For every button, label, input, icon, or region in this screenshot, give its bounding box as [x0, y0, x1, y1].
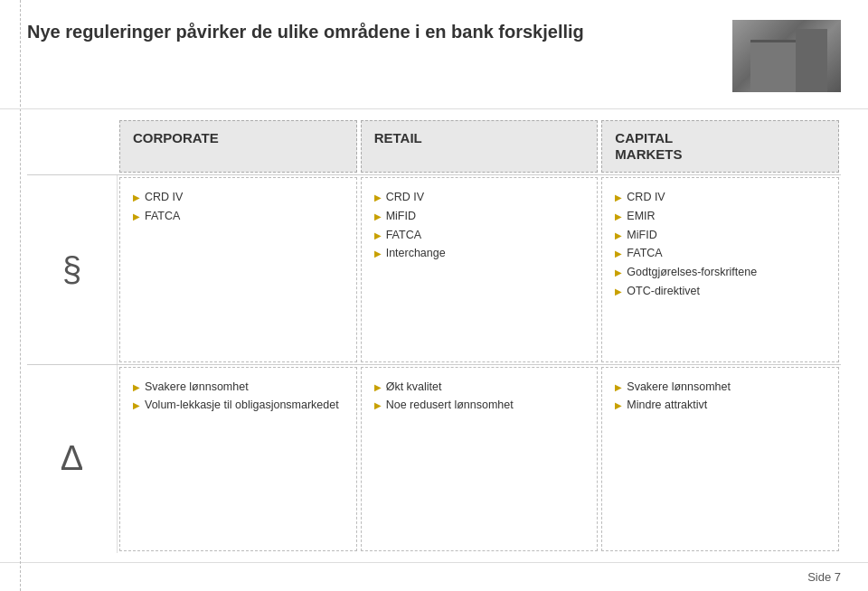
col-header-capital-markets: CAPITALMARKETS	[601, 120, 839, 173]
bullet-text: CRD IV	[145, 189, 183, 206]
cell-capital-row2: ▶ Svakere lønnsomhet ▶ Mindre attraktivt	[601, 367, 839, 552]
bullet-text: Noe redusert lønnsomhet	[386, 397, 514, 414]
cell-retail-row1: ▶ CRD IV ▶ MiFID ▶ FATCA ▶ Interchange	[361, 177, 599, 362]
bullet-text: Svakere lønnsomhet	[145, 379, 249, 396]
list-item: ▶ OTC-direktivet	[615, 283, 826, 300]
row-paragraph: § ▶ CRD IV ▶ FATCA ▶	[27, 174, 841, 364]
bullet-arrow-icon: ▶	[615, 266, 622, 279]
bullet-text: FATCA	[627, 245, 662, 262]
column-headers: CORPORATE RETAIL CAPITALMARKETS	[27, 118, 841, 174]
list-item: ▶ FATCA	[615, 245, 826, 262]
bullet-arrow-icon: ▶	[615, 285, 622, 298]
bullet-arrow-icon: ▶	[374, 399, 382, 412]
header-title: Nye reguleringer påvirker de ulike områd…	[27, 20, 714, 43]
bullet-text: Godtgjørelses-forskriftene	[627, 264, 757, 281]
list-item: ▶ Noe redusert lønnsomhet	[374, 397, 585, 414]
bullet-text: Mindre attraktivt	[627, 397, 707, 414]
bullet-text: Svakere lønnsomhet	[627, 379, 731, 396]
cell-capital-row1: ▶ CRD IV ▶ EMIR ▶ MiFID ▶ FATCA	[601, 177, 839, 362]
list-item: ▶ FATCA	[133, 208, 344, 225]
bullet-text: Interchange	[386, 245, 446, 262]
list-item: ▶ Mindre attraktivt	[615, 397, 826, 414]
list-item: ▶ CRD IV	[615, 189, 826, 206]
bullet-text: CRD IV	[627, 189, 665, 206]
bullet-arrow-icon: ▶	[374, 210, 382, 223]
col-header-spacer	[27, 118, 118, 174]
data-rows: § ▶ CRD IV ▶ FATCA ▶	[27, 174, 841, 553]
bullet-text: Volum-lekkasje til obligasjonsmarkedet	[145, 397, 339, 414]
bullet-text: FATCA	[386, 227, 421, 244]
list-item: ▶ EMIR	[615, 208, 826, 225]
list-item: ▶ MiFID	[374, 208, 585, 225]
bullet-text: MiFID	[627, 227, 656, 244]
bullet-arrow-icon: ▶	[374, 191, 382, 204]
bullet-arrow-icon: ▶	[133, 399, 140, 412]
list-item: ▶ CRD IV	[374, 189, 585, 206]
bullet-arrow-icon: ▶	[374, 380, 382, 394]
delta-icon: Δ	[61, 439, 83, 478]
list-item: ▶ MiFID	[615, 227, 826, 244]
cell-corporate-row2: ▶ Svakere lønnsomhet ▶ Volum-lekkasje ti…	[119, 367, 357, 552]
bullet-text: EMIR	[627, 208, 655, 225]
bullet-arrow-icon: ▶	[615, 191, 622, 204]
bullet-text: Økt kvalitet	[386, 379, 442, 396]
bullet-arrow-icon: ▶	[615, 380, 622, 394]
list-item: ▶ CRD IV	[133, 189, 344, 206]
header-image	[732, 20, 841, 92]
bullet-arrow-icon: ▶	[374, 229, 382, 242]
header-text: Nye reguleringer påvirker de ulike områd…	[27, 20, 732, 43]
list-item: ▶ Svakere lønnsomhet	[615, 379, 826, 396]
bullet-text: OTC-direktivet	[627, 283, 700, 300]
row-icon-cell-delta: Δ	[27, 365, 118, 554]
cell-retail-row2: ▶ Økt kvalitet ▶ Noe redusert lønnsomhet	[361, 367, 599, 552]
bullet-text: FATCA	[145, 208, 180, 225]
row-delta: Δ ▶ Svakere lønnsomhet ▶ Volum-lekkasje …	[27, 364, 841, 554]
cell-corporate-row1: ▶ CRD IV ▶ FATCA	[119, 177, 357, 362]
list-item: ▶ FATCA	[374, 227, 585, 244]
bullet-arrow-icon: ▶	[133, 210, 140, 223]
list-item: ▶ Godtgjørelses-forskriftene	[615, 264, 826, 281]
header-image-inner	[732, 20, 841, 92]
list-item: ▶ Interchange	[374, 245, 585, 262]
col-header-retail: RETAIL	[361, 120, 599, 173]
bullet-arrow-icon: ▶	[374, 247, 382, 260]
bullet-text: CRD IV	[386, 189, 424, 206]
bullet-arrow-icon: ▶	[133, 191, 140, 204]
list-item: ▶ Økt kvalitet	[374, 379, 585, 396]
bullet-arrow-icon: ▶	[133, 380, 140, 394]
main-content: CORPORATE RETAIL CAPITALMARKETS § ▶ CRD …	[0, 109, 868, 562]
footer: Side 7	[0, 562, 868, 591]
bullet-arrow-icon: ▶	[615, 229, 622, 242]
col-header-corporate: CORPORATE	[119, 120, 357, 173]
page-number: Side 7	[807, 570, 841, 584]
bullet-arrow-icon: ▶	[615, 210, 622, 223]
header: Nye reguleringer påvirker de ulike områd…	[0, 0, 868, 109]
bullet-text: MiFID	[386, 208, 416, 225]
row-icon-cell-paragraph: §	[27, 175, 118, 364]
bullet-arrow-icon: ▶	[615, 399, 622, 412]
page: Nye reguleringer påvirker de ulike områd…	[0, 0, 868, 591]
list-item: ▶ Svakere lønnsomhet	[133, 379, 344, 396]
bullet-arrow-icon: ▶	[615, 247, 622, 260]
paragraph-icon: §	[62, 250, 81, 289]
list-item: ▶ Volum-lekkasje til obligasjonsmarkedet	[133, 397, 344, 414]
